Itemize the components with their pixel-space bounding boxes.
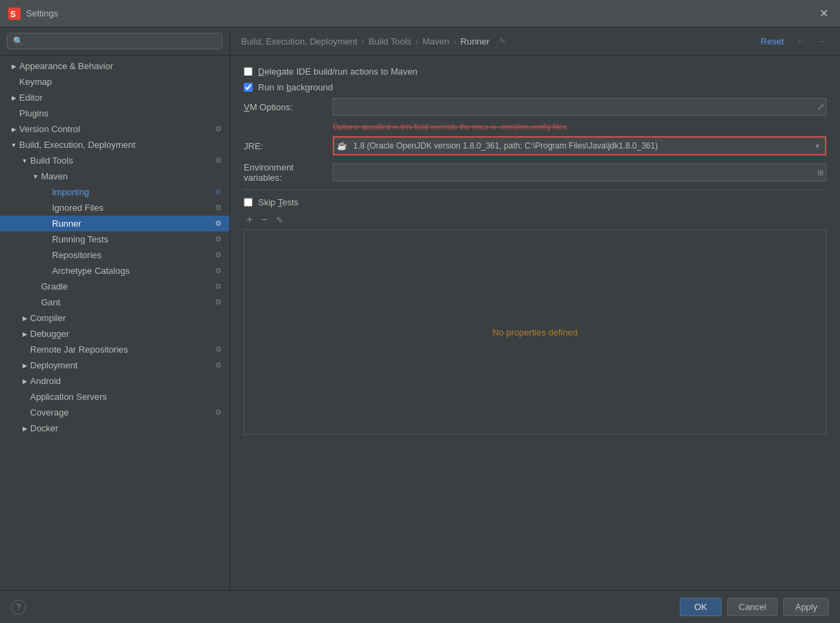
app-icon: S [8,8,21,20]
jre-select[interactable]: 1.8 (Oracle OpenJDK version 1.8.0_361, p… [333,136,826,155]
vm-options-field-container: ⤢ [333,98,826,116]
sidebar-item-importing[interactable]: Importing ⚙ [0,184,229,200]
skip-tests-row: Skip Tests [244,197,826,207]
sidebar-item-label: Compiler [30,313,224,323]
sidebar-item-label: Importing [52,187,213,197]
sidebar-item-plugins[interactable]: Plugins [0,105,229,121]
help-button[interactable]: ? [11,600,26,615]
arrow-icon: ▼ [19,157,30,164]
sidebar-item-label: Ignored Files [52,203,213,213]
sidebar-item-maven[interactable]: ▼ Maven [0,168,229,184]
main-content: ▶ Appearance & Behavior Keymap ▶ Editor … [0,27,840,590]
sidebar-item-label: Repositories [52,250,213,260]
reset-button[interactable]: Reset [756,35,788,48]
settings-icon: ⚙ [213,251,224,259]
sidebar-item-label: Running Tests [52,234,213,244]
vm-options-label: VM Options: [244,102,333,112]
sidebar-item-label: Gant [41,297,213,307]
sidebar-item-docker[interactable]: ▶ Docker [0,420,229,436]
sidebar-item-remote-jar-repos[interactable]: Remote Jar Repositories ⚙ [0,342,229,357]
sidebar-item-build-execution[interactable]: ▼ Build, Execution, Deployment [0,137,229,153]
arrow-icon: ▶ [19,378,30,385]
settings-form: Delegate IDE build/run actions to Maven … [230,55,840,590]
vm-options-hint: Options specified in this field override… [333,123,826,131]
sidebar-item-label: Runner [52,218,213,229]
vm-options-expand-button[interactable]: ⤢ [817,101,825,112]
env-vars-expand-button[interactable]: ⊞ [817,168,824,177]
nav-forward-button[interactable]: → [814,34,829,48]
sidebar-item-app-servers[interactable]: Application Servers [0,389,229,405]
sidebar-item-coverage[interactable]: Coverage ⚙ [0,405,229,420]
sidebar-item-runner[interactable]: Runner ⚙ [0,216,229,231]
breadcrumb-sep-2: › [416,36,418,47]
arrow-icon: ▶ [8,94,19,101]
sidebar-item-label: Editor [19,92,224,103]
arrow-icon: ▶ [19,425,30,432]
sidebar-item-running-tests[interactable]: Running Tests ⚙ [0,231,229,247]
close-button[interactable]: ✕ [815,5,832,22]
settings-icon: ⚙ [213,408,224,417]
properties-area: No properties defined [244,229,826,435]
sidebar-item-archetype-catalogs[interactable]: Archetype Catalogs ⚙ [0,263,229,279]
sidebar-item-label: Gradle [41,281,213,292]
settings-dialog: S Settings ✕ ▶ Appearance & Behavior Key… [0,0,840,623]
sidebar-item-appearance[interactable]: ▶ Appearance & Behavior [0,58,229,74]
env-vars-row: Environment variables: ⊞ [244,162,826,183]
sidebar: ▶ Appearance & Behavior Keymap ▶ Editor … [0,27,230,590]
breadcrumb-current: Runner [461,36,490,47]
env-vars-input[interactable] [333,164,826,181]
sidebar-item-label: Application Servers [30,392,224,402]
delegate-label: Delegate IDE build/run actions to Maven [258,66,418,77]
add-property-button[interactable]: + [244,213,255,227]
sidebar-item-label: Maven [41,171,224,181]
breadcrumb-bar: Build, Execution, Deployment › Build Too… [230,27,840,55]
apply-button[interactable]: Apply [783,598,829,616]
properties-divider [244,190,826,190]
vm-options-row: VM Options: ⤢ [244,98,826,116]
settings-icon: ⚙ [213,361,224,370]
properties-section: Skip Tests + − ✎ No properties defined [244,197,826,435]
sidebar-item-repositories[interactable]: Repositories ⚙ [0,247,229,263]
skip-tests-label: Skip Tests [258,197,298,207]
sidebar-item-version-control[interactable]: ▶ Version Control ⚙ [0,121,229,137]
settings-icon: ⚙ [213,298,224,307]
sidebar-item-keymap[interactable]: Keymap [0,74,229,90]
sidebar-item-label: Plugins [19,108,224,118]
ok-button[interactable]: OK [680,598,722,616]
sidebar-item-editor[interactable]: ▶ Editor [0,90,229,105]
titlebar: S Settings ✕ [0,0,840,27]
arrow-icon: ▼ [8,142,19,149]
settings-icon: ⚙ [213,266,224,275]
no-properties-text: No properties defined [492,327,577,338]
sidebar-item-deployment[interactable]: ▶ Deployment ⚙ [0,357,229,373]
delegate-checkbox[interactable] [244,67,253,76]
search-input[interactable] [7,33,222,49]
window-title: Settings [26,8,815,18]
sidebar-item-ignored-files[interactable]: Ignored Files ⚙ [0,200,229,216]
edit-property-button[interactable]: ✎ [273,214,286,226]
run-background-checkbox[interactable] [244,83,253,92]
nav-back-button[interactable]: ← [793,34,809,48]
sidebar-item-android[interactable]: ▶ Android [0,373,229,389]
sidebar-item-compiler[interactable]: ▶ Compiler [0,310,229,326]
env-vars-field-container: ⊞ [333,164,826,181]
sidebar-item-gradle[interactable]: Gradle ⚙ [0,279,229,294]
settings-icon: ⚙ [213,125,224,134]
jre-select-container: ☕ 1.8 (Oracle OpenJDK version 1.8.0_361,… [333,136,826,155]
sidebar-item-debugger[interactable]: ▶ Debugger [0,326,229,342]
sidebar-item-label: Appearance & Behavior [19,61,224,71]
breadcrumb-part-1: Build, Execution, Deployment [241,36,357,47]
sidebar-item-label: Coverage [30,407,213,418]
sidebar-item-build-tools[interactable]: ▼ Build Tools ⚙ [0,153,229,168]
skip-tests-checkbox[interactable] [244,198,253,207]
sidebar-item-gant[interactable]: Gant ⚙ [0,294,229,310]
remove-property-button[interactable]: − [258,213,270,227]
arrow-icon: ▶ [19,315,30,322]
content-panel: Build, Execution, Deployment › Build Too… [230,27,840,590]
cancel-button[interactable]: Cancel [727,598,778,616]
settings-icon: ⚙ [213,282,224,291]
breadcrumb-actions: Reset ← → [756,34,829,48]
run-background-label: Run in background [258,82,333,92]
sidebar-item-label: Deployment [30,360,213,370]
vm-options-input[interactable] [333,98,826,116]
